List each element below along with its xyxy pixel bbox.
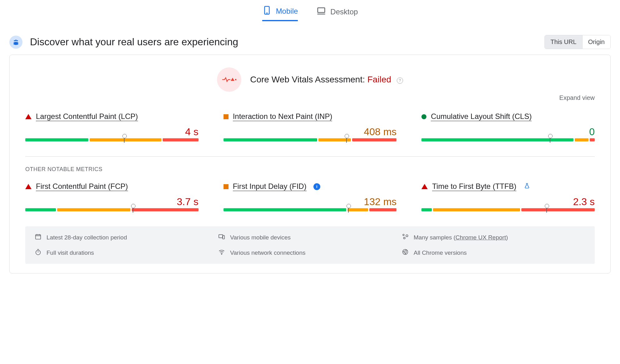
- metric-lcp-value: 4 s: [25, 126, 199, 138]
- tab-desktop[interactable]: Desktop: [317, 6, 358, 21]
- status-good-icon: [421, 114, 426, 119]
- scope-toggle: This URL Origin: [544, 35, 611, 49]
- metric-lcp-name[interactable]: Largest Contentful Paint (LCP): [36, 112, 138, 121]
- metric-lcp: Largest Contentful Paint (LCP) 4 s: [25, 112, 199, 141]
- metric-fcp-value: 3.7 s: [25, 196, 199, 208]
- svg-rect-9: [15, 42, 17, 45]
- metric-ttfb-name[interactable]: Time to First Byte (TTFB): [432, 182, 516, 191]
- crux-report-link[interactable]: Chrome UX Report: [455, 234, 506, 241]
- calendar-icon: [35, 233, 42, 242]
- expand-view-link[interactable]: Expand view: [25, 94, 595, 101]
- assessment-label: Core Web Vitals Assessment:: [250, 75, 367, 84]
- flask-icon[interactable]: [524, 182, 530, 191]
- svg-rect-2: [318, 8, 325, 12]
- metric-cls-value: 0: [421, 126, 595, 138]
- metric-cls-bar: [421, 138, 595, 141]
- metric-lcp-bar: [25, 138, 199, 141]
- footer-chrome: All Chrome versions: [402, 248, 585, 257]
- mobile-icon: [262, 6, 272, 17]
- metric-fcp-bar: [25, 208, 199, 211]
- svg-point-4: [14, 40, 15, 41]
- metric-ttfb-value: 2.3 s: [421, 196, 595, 208]
- toggle-origin[interactable]: Origin: [583, 35, 610, 49]
- other-metrics-label: OTHER NOTABLE METRICS: [25, 166, 595, 173]
- header-row: Discover what your real users are experi…: [9, 35, 611, 49]
- users-icon: [9, 36, 22, 49]
- status-avg-icon: [224, 184, 229, 189]
- status-poor-icon: [25, 184, 32, 189]
- platform-tabs: Mobile Desktop: [9, 0, 611, 29]
- footer-period: Latest 28-day collection period: [35, 233, 218, 242]
- footer-network: Various network connections: [218, 248, 402, 257]
- stopwatch-icon: [35, 248, 42, 257]
- footer-samples: Many samples (Chrome UX Report): [402, 233, 585, 242]
- metric-cls-name[interactable]: Cumulative Layout Shift (CLS): [431, 112, 532, 121]
- svg-point-18: [403, 234, 404, 236]
- tab-mobile-label: Mobile: [276, 7, 298, 16]
- help-icon[interactable]: ?: [397, 77, 403, 84]
- svg-point-5: [17, 40, 18, 41]
- metric-fid-name[interactable]: First Input Delay (FID): [233, 182, 307, 191]
- tab-desktop-label: Desktop: [330, 7, 358, 16]
- assessment-status: Failed: [367, 75, 391, 84]
- desktop-icon: [317, 6, 326, 17]
- svg-point-21: [36, 250, 41, 255]
- svg-rect-16: [219, 235, 223, 238]
- info-icon[interactable]: i: [313, 183, 320, 190]
- other-metrics-grid: First Contentful Paint (FCP) 3.7 s First…: [25, 182, 595, 211]
- metric-ttfb: Time to First Byte (TTFB) 2.3 s: [421, 182, 595, 211]
- status-avg-icon: [224, 114, 229, 119]
- metric-fcp-name[interactable]: First Contentful Paint (FCP): [36, 182, 128, 191]
- svg-point-20: [404, 237, 406, 239]
- status-poor-icon: [421, 184, 428, 189]
- metric-ttfb-bar: [421, 208, 595, 211]
- svg-point-24: [221, 254, 222, 254]
- devices-icon: [218, 233, 225, 242]
- footer-durations: Full visit durations: [35, 248, 218, 257]
- metric-inp-value: 408 ms: [224, 126, 397, 138]
- chrome-icon: [402, 248, 409, 257]
- metric-cls: Cumulative Layout Shift (CLS) 0: [421, 112, 595, 141]
- svg-point-19: [406, 235, 408, 237]
- assessment-badge-icon: [217, 67, 241, 92]
- svg-rect-11: [235, 79, 236, 80]
- data-source-footer: Latest 28-day collection period Various …: [25, 226, 595, 264]
- metric-fid: First Input Delay (FID) i 132 ms: [224, 182, 397, 211]
- vitals-card: Core Web Vitals Assessment: Failed ? Exp…: [9, 55, 611, 273]
- divider: [25, 156, 595, 157]
- metric-fid-bar: [224, 208, 397, 211]
- metric-fcp: First Contentful Paint (FCP) 3.7 s: [25, 182, 199, 211]
- svg-rect-12: [36, 235, 41, 239]
- page-title: Discover what your real users are experi…: [30, 36, 238, 48]
- metric-fid-value: 132 ms: [224, 196, 397, 208]
- core-metrics-grid: Largest Contentful Paint (LCP) 4 s Inter…: [25, 112, 595, 141]
- samples-icon: [402, 233, 409, 242]
- assessment-text: Core Web Vitals Assessment: Failed ?: [250, 75, 403, 85]
- metric-inp-name[interactable]: Interaction to Next Paint (INP): [233, 112, 332, 121]
- toggle-this-url[interactable]: This URL: [545, 35, 582, 49]
- svg-point-6: [15, 40, 17, 41]
- metric-inp: Interaction to Next Paint (INP) 408 ms: [224, 112, 397, 141]
- network-icon: [218, 248, 225, 257]
- svg-marker-10: [231, 78, 234, 81]
- status-poor-icon: [25, 114, 32, 119]
- tab-mobile[interactable]: Mobile: [262, 6, 298, 21]
- footer-devices: Various mobile devices: [218, 233, 402, 242]
- metric-inp-bar: [224, 138, 397, 141]
